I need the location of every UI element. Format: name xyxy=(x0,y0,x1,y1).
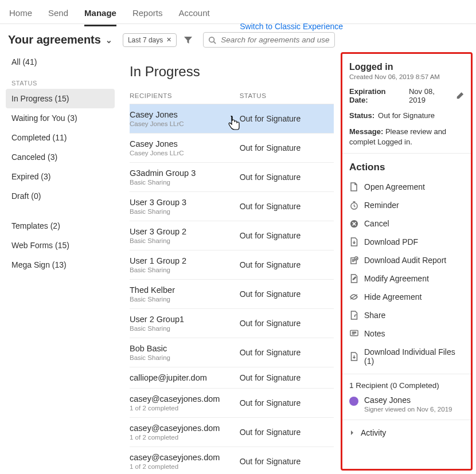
avatar xyxy=(349,397,358,406)
your-agreements-label: Your agreements xyxy=(8,33,101,46)
action-icon xyxy=(349,329,358,338)
row-status: Out for Signature xyxy=(240,202,334,211)
row-status: Out for Signature xyxy=(240,319,334,328)
action-label: Open Agreement xyxy=(364,182,425,191)
agreement-row[interactable]: User 2 Group1Basic SharingOut for Signat… xyxy=(130,309,334,338)
sidebar-item-status[interactable]: Completed (11) xyxy=(6,128,115,147)
row-name: Casey Jones xyxy=(130,110,240,119)
sidebar-item-other[interactable]: Web Forms (15) xyxy=(6,236,115,255)
nav-tab-send[interactable]: Send xyxy=(48,6,68,25)
main-content: In Progress RECIPIENTS STATUS Casey Jone… xyxy=(120,52,341,474)
close-icon[interactable]: ✕ xyxy=(166,36,171,44)
action-icon xyxy=(349,237,358,246)
row-name: User 3 Group 3 xyxy=(130,198,240,207)
expiration-label: Expiration Date: xyxy=(349,87,405,104)
activity-label: Activity xyxy=(361,428,386,437)
action-icon xyxy=(349,201,358,210)
row-status: Out for Signature xyxy=(240,457,334,466)
sidebar-item-status[interactable]: In Progress (15) xyxy=(6,89,115,108)
nav-tab-home[interactable]: Home xyxy=(9,6,32,25)
agreement-row[interactable]: calliope@jupiter.domOut for Signature xyxy=(130,367,334,389)
sidebar-item-status[interactable]: Draft (0) xyxy=(6,186,115,206)
row-status: Out for Signature xyxy=(240,428,334,437)
action-icon xyxy=(349,256,358,265)
agreement-row[interactable]: User 3 Group 2Basic SharingOut for Signa… xyxy=(130,221,334,250)
agreement-row[interactable]: Thed KelberBasic SharingOut for Signatur… xyxy=(130,280,334,309)
sub-toolbar: Switch to Classic Experience Your agreem… xyxy=(0,24,476,52)
search-field[interactable] xyxy=(203,32,335,48)
edit-icon[interactable] xyxy=(456,92,464,100)
action-icon xyxy=(349,219,358,228)
sidebar-item-all[interactable]: All (41) xyxy=(6,52,115,72)
agreement-row[interactable]: casey@caseyjones.dom1 of 2 completedOut … xyxy=(130,418,334,447)
row-sub: Basic Sharing xyxy=(130,237,240,244)
action-reminder[interactable]: Reminder xyxy=(342,196,471,214)
sidebar-item-status[interactable]: Canceled (3) xyxy=(6,147,115,167)
row-status: Out for Signature xyxy=(240,289,334,299)
nav-tab-reports[interactable]: Reports xyxy=(132,6,163,25)
date-chip-label: Last 7 days xyxy=(128,36,163,44)
action-label: Cancel xyxy=(364,219,389,228)
action-label: Notes xyxy=(364,329,385,338)
action-cancel[interactable]: Cancel xyxy=(342,214,471,233)
action-share[interactable]: Share xyxy=(342,306,471,324)
row-status: Out for Signature xyxy=(240,398,334,408)
pointer-cursor-icon xyxy=(227,116,242,133)
row-status: Out for Signature xyxy=(240,260,334,269)
action-hide-agreement[interactable]: Hide Agreement xyxy=(342,288,471,306)
recipient-row[interactable]: Casey Jones Signer viewed on Nov 6, 2019 xyxy=(349,395,464,413)
search-input[interactable] xyxy=(221,36,330,44)
svg-line-1 xyxy=(214,41,216,44)
recipient-name: Casey Jones xyxy=(364,395,452,405)
action-label: Download Individual Files (1) xyxy=(364,347,464,366)
top-nav: HomeSendManageReportsAccount xyxy=(0,0,476,24)
agreement-row[interactable]: G3admin Group 3Basic SharingOut for Sign… xyxy=(130,163,334,192)
action-label: Download PDF xyxy=(364,237,418,246)
row-name: calliope@jupiter.dom xyxy=(130,373,240,382)
sidebar-item-status[interactable]: Waiting for You (3) xyxy=(6,108,115,128)
action-open-agreement[interactable]: Open Agreement xyxy=(342,178,471,196)
agreement-row[interactable]: Bob BasicBasic SharingOut for Signature xyxy=(130,338,334,367)
nav-tab-account[interactable]: Account xyxy=(178,6,209,25)
sidebar-item-other[interactable]: Mega Sign (13) xyxy=(6,255,115,275)
your-agreements-dropdown[interactable]: Your agreements ⌄ xyxy=(8,33,112,46)
action-notes[interactable]: Notes xyxy=(342,324,471,343)
agreement-row[interactable]: casey@caseyjones.dom1 of 2 completedOut … xyxy=(130,389,334,418)
action-icon xyxy=(349,292,358,301)
row-status: Out for Signature xyxy=(240,231,334,240)
row-status: Out for Signature xyxy=(240,173,334,182)
classic-experience-link[interactable]: Switch to Classic Experience xyxy=(240,22,343,31)
agreement-row[interactable]: User 1 Group 2Basic SharingOut for Signa… xyxy=(130,250,334,280)
action-download-audit-report[interactable]: Download Audit Report xyxy=(342,251,471,269)
action-download-pdf[interactable]: Download PDF xyxy=(342,233,471,251)
agreement-row[interactable]: Casey JonesCasey Jones LLrCOut for Signa… xyxy=(130,104,334,134)
action-icon xyxy=(349,182,358,191)
sidebar-item-status[interactable]: Expired (3) xyxy=(6,167,115,186)
row-status: Out for Signature xyxy=(240,373,334,382)
actions-header: Actions xyxy=(342,154,471,178)
agreement-row[interactable]: casey@caseyjones.dom1 of 2 completedOut … xyxy=(130,447,334,474)
row-name: G3admin Group 3 xyxy=(130,169,240,178)
action-label: Download Audit Report xyxy=(364,256,446,265)
row-name: Thed Kelber xyxy=(130,285,240,295)
recipient-count: 1 Recipient (0 Completed) xyxy=(349,381,464,390)
date-filter-chip[interactable]: Last 7 days ✕ xyxy=(123,33,177,47)
row-sub: Casey Jones LLrC xyxy=(130,120,240,127)
sidebar-item-other[interactable]: Templates (2) xyxy=(6,216,115,236)
action-download-individual-files-1[interactable]: Download Individual Files (1) xyxy=(342,343,471,370)
row-name: Bob Basic xyxy=(130,344,240,353)
header-status: STATUS xyxy=(240,92,334,99)
row-sub: Basic Sharing xyxy=(130,267,240,273)
action-modify-agreement[interactable]: Modify Agreement xyxy=(342,269,471,288)
filter-icon[interactable] xyxy=(184,36,193,45)
activity-toggle[interactable]: Activity xyxy=(342,420,471,445)
nav-tab-manage[interactable]: Manage xyxy=(84,6,116,26)
details-panel: Logged in Created Nov 06, 2019 8:57 AM E… xyxy=(341,52,473,471)
details-title: Logged in xyxy=(349,62,464,72)
agreement-row[interactable]: Casey JonesCasey Jones LLrCOut for Signa… xyxy=(130,134,334,163)
agreement-row[interactable]: User 3 Group 3Basic SharingOut for Signa… xyxy=(130,192,334,221)
left-sidebar: All (41) STATUS In Progress (15)Waiting … xyxy=(0,52,120,474)
row-sub: Basic Sharing xyxy=(130,179,240,186)
details-created: Created Nov 06, 2019 8:57 AM xyxy=(349,73,464,80)
action-label: Reminder xyxy=(364,201,399,210)
